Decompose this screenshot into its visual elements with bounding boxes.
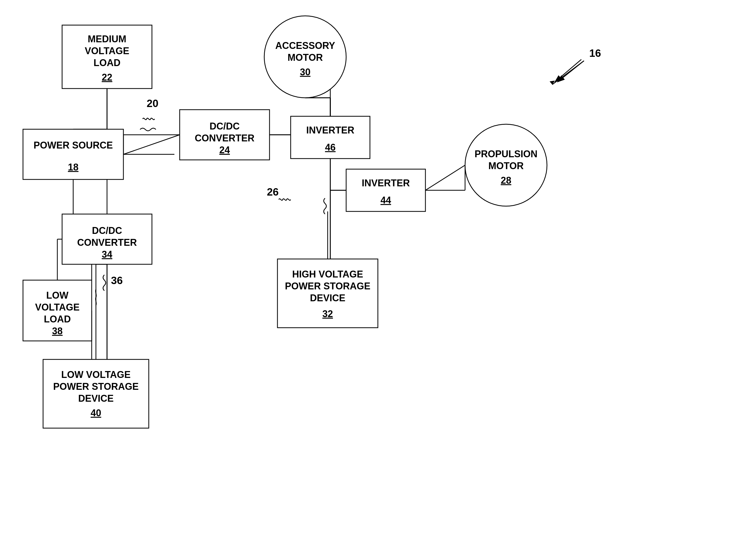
svg-text:38: 38 (52, 326, 62, 336)
svg-text:DEVICE: DEVICE (78, 393, 113, 404)
svg-marker-91 (550, 81, 555, 84)
svg-text:40: 40 (91, 408, 101, 418)
svg-text:22: 22 (102, 72, 112, 83)
svg-text:DC/DC: DC/DC (92, 225, 122, 236)
diagram-container: MEDIUM VOLTAGE LOAD 22 POWER SOURCE 18 D… (0, 0, 747, 560)
svg-text:MOTOR: MOTOR (287, 52, 323, 63)
main-diagram: MEDIUM VOLTAGE LOAD 22 POWER SOURCE 18 D… (0, 0, 747, 560)
svg-text:INVERTER: INVERTER (306, 125, 354, 135)
svg-text:32: 32 (323, 308, 333, 319)
svg-text:DEVICE: DEVICE (310, 292, 345, 303)
svg-text:34: 34 (102, 249, 112, 260)
svg-text:CONVERTER: CONVERTER (77, 237, 137, 248)
svg-text:PROPULSION: PROPULSION (474, 149, 538, 159)
svg-text:LOW: LOW (46, 290, 69, 301)
svg-text:HIGH VOLTAGE: HIGH VOLTAGE (292, 269, 363, 280)
svg-text:44: 44 (381, 195, 391, 206)
svg-text:POWER SOURCE: POWER SOURCE (33, 140, 113, 151)
svg-text:ACCESSORY: ACCESSORY (275, 40, 335, 51)
svg-line-22 (123, 135, 180, 154)
svg-text:INVERTER: INVERTER (362, 178, 410, 188)
svg-text:VOLTAGE: VOLTAGE (85, 46, 129, 56)
svg-text:18: 18 (68, 162, 78, 173)
svg-text:26: 26 (267, 186, 279, 198)
svg-text:28: 28 (501, 175, 511, 186)
svg-text:MEDIUM: MEDIUM (88, 33, 126, 44)
svg-text:24: 24 (219, 145, 230, 155)
svg-text:MOTOR: MOTOR (488, 160, 523, 171)
svg-line-90 (552, 61, 584, 84)
svg-text:16: 16 (589, 47, 601, 59)
svg-text:VOLTAGE: VOLTAGE (35, 302, 80, 313)
svg-text:POWER STORAGE: POWER STORAGE (53, 381, 138, 392)
svg-text:POWER STORAGE: POWER STORAGE (285, 281, 370, 291)
svg-text:30: 30 (300, 67, 310, 77)
svg-text:LOAD: LOAD (44, 314, 71, 325)
svg-text:LOW VOLTAGE: LOW VOLTAGE (61, 369, 131, 380)
svg-text:DC/DC: DC/DC (209, 121, 240, 132)
svg-text:CONVERTER: CONVERTER (195, 133, 255, 144)
svg-text:36: 36 (111, 275, 123, 286)
svg-text:LOAD: LOAD (94, 57, 121, 68)
svg-text:20: 20 (147, 98, 158, 109)
svg-text:46: 46 (325, 142, 336, 153)
